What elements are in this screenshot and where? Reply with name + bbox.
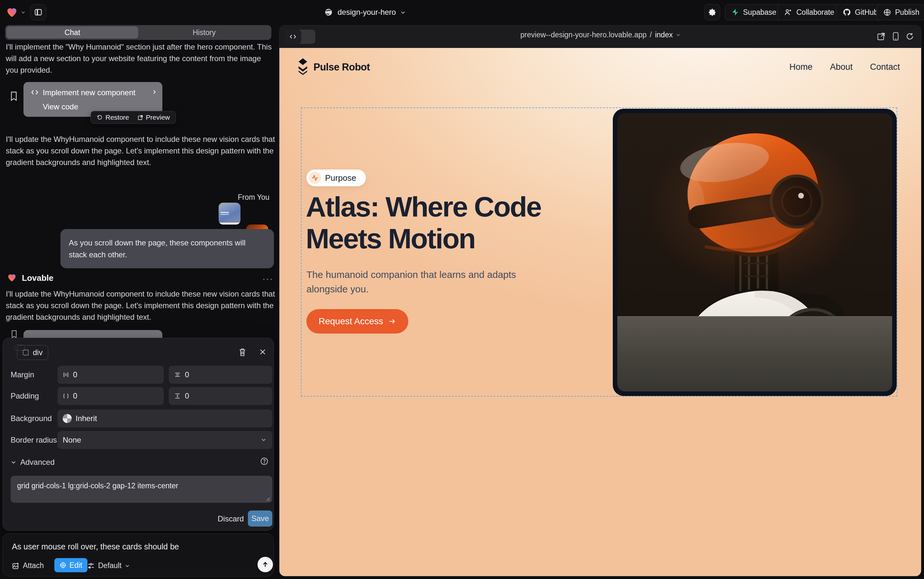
- hero-subheading: The humanoid companion that learns and a…: [306, 267, 544, 296]
- supabase-icon: [731, 8, 739, 16]
- request-access-button[interactable]: Request Access: [306, 309, 408, 334]
- advanced-section-toggle[interactable]: Advanced: [11, 458, 55, 467]
- help-icon[interactable]: [260, 457, 268, 465]
- preview-panel: preview--design-your-hero.lovable.app / …: [279, 25, 921, 576]
- chevron-right-icon: [152, 89, 157, 95]
- tailwind-classes-textarea[interactable]: grid grid-cols-1 lg:grid-cols-2 gap-12 i…: [11, 476, 272, 503]
- restore-button[interactable]: Restore: [97, 114, 129, 121]
- collaborate-button[interactable]: Collaborate: [777, 4, 841, 20]
- preview-toolbar: preview--design-your-hero.lovable.app / …: [279, 25, 921, 48]
- project-switcher[interactable]: design-your-hero: [324, 7, 406, 17]
- tab-chat[interactable]: Chat: [7, 26, 138, 39]
- resize-handle[interactable]: [266, 497, 270, 502]
- nav-about[interactable]: About: [830, 62, 853, 72]
- chat-input-value[interactable]: As user mouse roll over, these cards sho…: [12, 542, 179, 551]
- external-link-icon: [137, 115, 143, 120]
- inspector-header: div: [3, 338, 274, 367]
- message-menu-ellipsis-icon[interactable]: ···: [262, 274, 273, 284]
- view-code-link[interactable]: View code: [43, 102, 78, 111]
- pulse-robot-logo-icon[interactable]: [295, 58, 310, 75]
- lovable-logo-icon[interactable]: [5, 5, 19, 19]
- gear-icon: [708, 8, 717, 17]
- padding-x-input[interactable]: 0: [57, 387, 164, 405]
- save-label: Save: [251, 514, 269, 523]
- element-tag-chip[interactable]: div: [17, 345, 48, 360]
- hero-heading: Atlas: Where Code Meets Motion: [306, 191, 589, 254]
- margin-label: Margin: [11, 370, 34, 379]
- preview-url-bar[interactable]: preview--design-your-hero.lovable.app / …: [440, 31, 761, 39]
- mode-label: Default: [98, 561, 121, 570]
- advanced-label: Advanced: [20, 458, 55, 467]
- github-label: GitHub: [855, 8, 878, 17]
- top-bar: design-your-hero Supabase Collaborate: [0, 0, 924, 25]
- close-inspector-icon[interactable]: [259, 348, 266, 356]
- margin-y-value: 0: [185, 370, 189, 379]
- nav-home[interactable]: Home: [789, 62, 813, 72]
- restore-icon: [97, 114, 103, 120]
- settings-button[interactable]: [704, 4, 720, 20]
- project-name: design-your-hero: [338, 8, 396, 17]
- thumbnail-text-lines: [220, 212, 229, 213]
- padding-horizontal-icon: [63, 393, 69, 399]
- margin-x-value: 0: [73, 370, 77, 379]
- code-preview-toggle[interactable]: [284, 29, 315, 44]
- arrow-right-icon: [388, 318, 396, 325]
- attach-button[interactable]: Attach: [12, 561, 44, 570]
- save-button[interactable]: Save: [248, 510, 272, 527]
- version-actions-popover: Restore Preview: [91, 111, 176, 124]
- margin-y-input[interactable]: 0: [169, 366, 272, 384]
- publish-globe-icon: [883, 8, 891, 16]
- border-radius-select[interactable]: None: [57, 431, 272, 449]
- publish-label: Publish: [895, 8, 919, 17]
- agent-row: Lovable ···: [7, 272, 274, 285]
- agent-name: Lovable: [22, 273, 53, 283]
- site-header: Pulse Robot Home About Contact: [279, 48, 921, 93]
- image-plus-icon: [12, 562, 20, 570]
- publish-button[interactable]: Publish: [877, 4, 924, 20]
- attachment-thumbnail-blue[interactable]: [219, 203, 240, 224]
- app-window: design-your-hero Supabase Collaborate: [0, 0, 924, 579]
- margin-x-input[interactable]: 0: [57, 366, 164, 384]
- robot-image: [617, 113, 892, 391]
- margin-horizontal-icon: [63, 371, 69, 378]
- preview-version-button[interactable]: Preview: [137, 114, 170, 121]
- workspace-chevron-down-icon[interactable]: [21, 10, 26, 15]
- open-external-icon[interactable]: [877, 32, 885, 41]
- delete-element-icon[interactable]: [238, 348, 247, 357]
- edit-mode-button[interactable]: Edit: [54, 558, 87, 572]
- refresh-icon[interactable]: [906, 32, 914, 41]
- tab-history[interactable]: History: [138, 26, 270, 39]
- dashed-box-icon: [23, 349, 29, 356]
- send-button[interactable]: [258, 557, 273, 572]
- chat-input-box[interactable]: As user mouse roll over, these cards sho…: [3, 533, 274, 576]
- mobile-view-icon[interactable]: [891, 32, 900, 41]
- select-chevron-down-icon: [261, 437, 266, 443]
- url-separator: /: [650, 31, 652, 39]
- padding-y-input[interactable]: 0: [169, 387, 272, 405]
- robot-backdrop-glow: [645, 124, 865, 291]
- project-chevron-down-icon: [400, 10, 406, 15]
- element-inspector-panel: div Margin 0 0 Padding: [3, 338, 274, 531]
- site-viewport: Pulse Robot Home About Contact Purpose A…: [279, 48, 921, 576]
- site-brand[interactable]: Pulse Robot: [313, 61, 370, 73]
- border-radius-label: Border radius: [11, 435, 57, 445]
- tab-chat-label: Chat: [65, 28, 80, 37]
- supabase-button[interactable]: Supabase: [725, 4, 783, 20]
- padding-vertical-icon: [174, 393, 181, 399]
- users-plus-icon: [784, 8, 792, 16]
- robot-floor: [617, 316, 892, 391]
- code-toggle-segment[interactable]: [284, 29, 301, 44]
- background-input[interactable]: Inherit: [57, 409, 272, 427]
- assistant-message-2: I'll update the WhyHumanoid component to…: [6, 134, 275, 168]
- toggle-sidebar-button[interactable]: [30, 4, 46, 20]
- supabase-label: Supabase: [743, 8, 776, 17]
- chat-mode-select[interactable]: Default: [87, 561, 130, 570]
- discard-button[interactable]: Discard: [218, 514, 244, 523]
- nav-contact[interactable]: Contact: [870, 62, 900, 72]
- assistant-message-3-visible: I'll update the WhyHumanoid component to…: [6, 288, 275, 323]
- background-value: Inherit: [75, 414, 97, 423]
- hero-robot-card: [613, 109, 897, 396]
- bookmark-icon[interactable]: [10, 92, 18, 101]
- purpose-badge: Purpose: [306, 170, 366, 186]
- url-chevron-down-icon: [676, 33, 681, 37]
